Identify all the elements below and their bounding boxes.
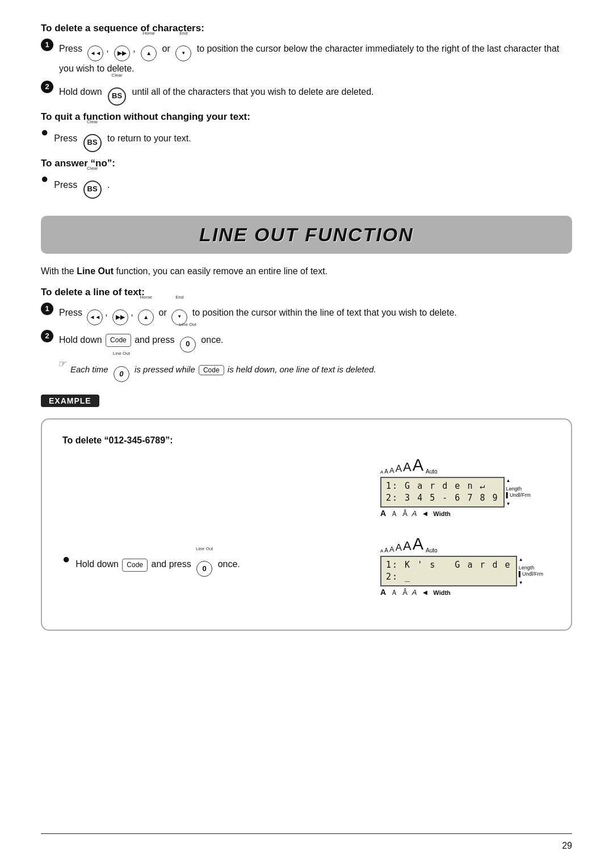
display-1: 1: G a r d e n ↵ 2: 3 4 5 - 6 7 8 9 ▲ Le…: [380, 477, 531, 508]
key-bs-no: Clear BS: [82, 173, 103, 199]
display-2: 1: K ' s G a r d e 2: _ ▲ Length ▌Undl/F…: [380, 556, 543, 586]
key-code-note: Code: [199, 365, 224, 375]
display-2-area: A A A A A A Auto 1: K ' s G a r d e 2: _: [380, 535, 551, 598]
delete-sequence-step2: 2 Hold down Clear BS until all of the ch…: [41, 79, 572, 106]
lcd-row1-line1: 1: G a r d e n ↵: [386, 480, 499, 492]
sidebar-undlfrm-2: ▌Undl/Frm: [519, 571, 543, 577]
example-row-2: ● Hold down Code and press Line Out 0 on…: [62, 535, 551, 598]
key-home-2: Home ▲: [137, 301, 155, 325]
width-label-1: Width: [433, 510, 450, 517]
quit-function-section: To quit a function without changing your…: [41, 111, 572, 152]
step1-press-label: Press: [59, 44, 82, 53]
step2-number: 2: [41, 81, 53, 93]
font-size-group-2: A A A A A A Auto: [380, 535, 438, 553]
line-out-banner: LINE OUT FUNCTION: [41, 216, 572, 254]
delete-line-step2-number: 2: [41, 330, 53, 342]
delete-line-step1: 1 Press ◄◄ , ▶▶ , Home ▲ or End: [41, 301, 572, 325]
key-end: End ▼: [174, 37, 192, 61]
key-lineout-example: Line Out 0: [195, 553, 213, 577]
quit-function-bullet: ● Press Clear BS to return to your text.: [41, 126, 572, 152]
delete-sequence-section: To delete a sequence of characters: 1 Pr…: [41, 23, 572, 106]
lcd-row1-line2: 2: 3 4 5 - 6 7 8 9: [386, 492, 499, 504]
note-icon: ☞: [58, 358, 66, 369]
delete-sequence-title: To delete a sequence of characters:: [41, 23, 572, 34]
answer-no-bullet: ● Press Clear BS .: [41, 173, 572, 199]
key-bs-clear: Clear BS: [107, 79, 127, 106]
display-sidebar-2: ▲ Length ▌Undl/Frm ▼: [519, 556, 543, 586]
key-rewind-2: ◄◄: [86, 301, 104, 325]
key-forward-2: ▶▶: [111, 301, 129, 325]
sidebar-length-2: Length: [519, 565, 543, 571]
example-box-title: To delete “012-345-6789”:: [62, 435, 551, 446]
key-bs-quit: Clear BS: [82, 126, 103, 152]
key-lineout: Line Out 0: [179, 329, 197, 353]
key-code: Code: [106, 334, 131, 347]
display-sidebar-1: ▲ Length ▌Undl/Frm ▼: [506, 477, 531, 508]
delete-sequence-step1: 1 Press ◄◄ , ▶▶ , Home ▲: [41, 37, 572, 76]
lcd-bottom-1: A Ａ Â A ◄ Width: [380, 509, 451, 519]
answer-no-section: To answer “no”: ● Press Clear BS .: [41, 158, 572, 199]
example-section: EXAMPLE To delete “012-345-6789”: A A A …: [41, 395, 572, 631]
note-line: ☞ Each time Line Out 0 is pressed while …: [58, 358, 572, 382]
width-label-2: Width: [433, 589, 450, 596]
delete-line-step1-number: 1: [41, 303, 53, 315]
banner-title: LINE OUT FUNCTION: [199, 224, 414, 245]
step1-number: 1: [41, 39, 53, 51]
lcd-row2-line1: 1: K ' s G a r d e: [386, 559, 511, 571]
lcd-bottom-2: A Ａ Â A ◄ Width: [380, 588, 451, 598]
answer-no-title: To answer “no”:: [41, 158, 572, 169]
page-number: 29: [562, 841, 572, 851]
key-home: Home ▲: [140, 37, 158, 61]
display-1-area: A A A A A A Auto 1: G a r d e n ↵ 2: 3 4…: [380, 456, 551, 519]
font-size-group-1: A A A A A A Auto: [380, 456, 438, 475]
example-row-1: A A A A A A Auto 1: G a r d e n ↵ 2: 3 4…: [62, 456, 551, 519]
key-code-example: Code: [122, 559, 148, 572]
key-rewind: ◄◄: [86, 37, 104, 61]
sidebar-undlfrm-1: ▌Undl/Frm: [506, 492, 531, 498]
key-forward: ▶▶: [113, 37, 131, 61]
line-out-intro: With the Line Out function, you can easi…: [41, 266, 572, 276]
page-bottom-line: [41, 833, 572, 834]
example-box: To delete “012-345-6789”: A A A A A A Au…: [41, 418, 572, 631]
delete-line-step2: 2 Hold down Code and press Line Out 0 on…: [41, 329, 572, 353]
key-lineout-note: Line Out 0: [112, 358, 131, 382]
example-label: EXAMPLE: [41, 395, 99, 407]
lcd-1: 1: G a r d e n ↵ 2: 3 4 5 - 6 7 8 9: [380, 477, 505, 508]
quit-function-title: To quit a function without changing your…: [41, 111, 572, 123]
lcd-row2-line2: 2: _: [386, 571, 511, 583]
lcd-2: 1: K ' s G a r d e 2: _: [380, 556, 517, 586]
delete-line-title: To delete a line of text:: [41, 287, 572, 298]
delete-line-section: To delete a line of text: 1 Press ◄◄ , ▶…: [41, 287, 572, 382]
sidebar-length-1: Length: [506, 486, 531, 492]
example-step: ● Hold down Code and press Line Out 0 on…: [62, 553, 380, 577]
